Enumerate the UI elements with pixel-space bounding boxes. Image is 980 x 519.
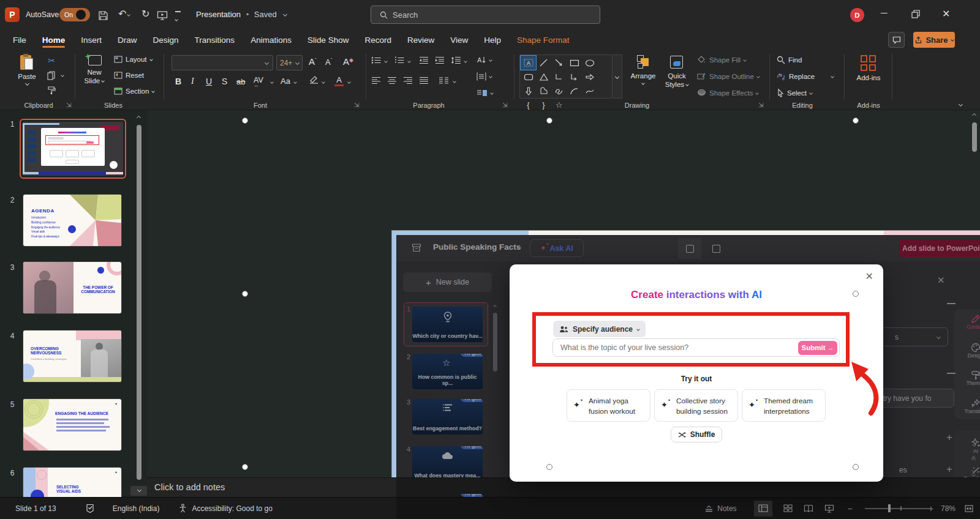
font-size-combo[interactable]: 24+ (276, 55, 303, 70)
tab-home[interactable]: Home (34, 31, 74, 50)
tab-record[interactable]: Record (356, 31, 399, 50)
bold-button[interactable]: B (175, 77, 181, 86)
change-case-dropdown[interactable] (293, 80, 297, 84)
resize-handle-ne[interactable] (853, 118, 859, 124)
arrange-button[interactable]: Arrange (628, 55, 658, 87)
increase-font-size-button[interactable]: Aˆ (309, 56, 317, 67)
shape-arrow[interactable] (551, 56, 567, 70)
select-button[interactable]: Select (777, 89, 812, 97)
suggestion-card-1[interactable]: ✦ Animal yoga fusion workout (567, 389, 650, 422)
shape-scribble[interactable] (551, 84, 567, 98)
align-right-button[interactable] (403, 77, 413, 84)
convert-to-smartart-button[interactable] (477, 89, 493, 97)
paste-button[interactable]: Paste (13, 54, 40, 88)
tab-animations[interactable]: Animations (243, 31, 300, 50)
bullets-dropdown[interactable] (384, 59, 388, 63)
shape-rounded-rectangle[interactable] (521, 70, 536, 84)
highlight-color-button[interactable] (309, 75, 319, 84)
shape-freeform[interactable] (536, 84, 551, 98)
slide-3-thumbnail[interactable]: THE POWER OFCOMMUNICATION (23, 262, 121, 313)
copy-button[interactable] (45, 70, 58, 81)
resize-handle-nw[interactable] (242, 118, 248, 124)
redo-button[interactable]: ↻ (141, 8, 149, 20)
tab-draw[interactable]: Draw (110, 31, 145, 50)
font-color-button[interactable]: A (334, 75, 344, 86)
undo-button[interactable]: ↶ (118, 8, 130, 20)
line-spacing-button[interactable] (451, 56, 461, 64)
tab-file[interactable]: File (5, 31, 34, 50)
slide-4-thumbnail[interactable]: OVERCOMINGNERVOUSNESS Confidence-buildin… (23, 330, 121, 382)
minimize-button[interactable]: ─ (881, 7, 888, 18)
justify-button[interactable] (419, 77, 429, 84)
format-painter-button[interactable] (45, 84, 58, 95)
shape-text-box[interactable]: A (521, 56, 536, 70)
underline-button[interactable]: U (206, 77, 212, 86)
modal-close-icon[interactable]: ✕ (865, 271, 873, 282)
font-name-combo[interactable] (172, 55, 273, 70)
document-title[interactable]: Presentation • Saved (196, 10, 287, 19)
find-button[interactable]: Find (777, 56, 802, 64)
copy-dropdown[interactable] (61, 73, 64, 77)
slide-5-thumbnail[interactable]: ENGAGING THE AUDIENCE ✦ (23, 399, 121, 450)
change-case-button[interactable]: Aa (281, 77, 290, 86)
character-spacing-button[interactable]: AV↔ (254, 76, 263, 88)
shape-arc[interactable] (567, 84, 582, 98)
quick-access-overflow[interactable] (175, 11, 181, 24)
close-button[interactable]: ✕ (942, 8, 950, 20)
tab-review[interactable]: Review (399, 31, 442, 50)
account-avatar[interactable]: D (850, 8, 864, 22)
decrease-indent-button[interactable] (419, 56, 429, 64)
resize-handle-e[interactable] (853, 291, 859, 297)
tab-shape-format[interactable]: Shape Format (509, 31, 578, 50)
submit-button[interactable]: Submit → (798, 341, 837, 355)
tab-slide-show[interactable]: Slide Show (300, 31, 357, 50)
drawing-dialog-launcher[interactable]: ⇲ (758, 102, 763, 108)
reset-button[interactable]: Reset (114, 72, 144, 79)
resize-handle-s[interactable] (546, 464, 552, 470)
canvas-scroll-up[interactable] (972, 113, 976, 118)
font-color-dropdown[interactable] (347, 80, 351, 84)
tab-help[interactable]: Help (476, 31, 509, 50)
start-slideshow-button[interactable] (156, 9, 169, 22)
shape-elbow-connector[interactable] (551, 70, 567, 84)
panel-scroll-down[interactable] (130, 486, 148, 496)
numbering-dropdown[interactable] (407, 59, 411, 63)
numbering-button[interactable] (394, 56, 405, 64)
text-shadow-button[interactable]: S (222, 77, 227, 86)
shapes-gallery-more[interactable] (612, 54, 622, 99)
spell-check-icon[interactable] (86, 504, 94, 513)
section-button[interactable]: Section (114, 88, 154, 95)
columns-dropdown[interactable] (453, 80, 456, 83)
slide-2-thumbnail[interactable]: AGENDA IntroductionBuilding confidenceEn… (23, 195, 121, 246)
strikethrough-button[interactable]: ab (236, 77, 245, 86)
italic-button[interactable]: I (191, 77, 194, 86)
search-box[interactable]: Search (371, 6, 600, 24)
slide-counter[interactable]: Slide 1 of 13 (15, 504, 56, 513)
suggestion-card-3[interactable]: ✦ Themed dream interpretations (742, 389, 826, 422)
specify-audience-dropdown[interactable]: Specify audience (553, 321, 646, 337)
text-direction-button[interactable]: A (477, 56, 492, 64)
accessibility-icon[interactable] (179, 504, 187, 513)
panel-scrollbar-thumb[interactable] (137, 125, 141, 480)
notes-placeholder[interactable]: Click to add notes (154, 482, 225, 492)
embedded-app-object[interactable]: Public Speaking Facts ✦ Ask AI Add slide… (392, 231, 980, 519)
resize-handle-sw[interactable] (242, 464, 248, 470)
decrease-font-size-button[interactable]: Aˇ (325, 57, 332, 67)
shape-fill-button[interactable]: Shape Fill (697, 56, 746, 64)
share-button[interactable]: Share (913, 32, 955, 48)
shape-oval[interactable] (582, 56, 597, 70)
replace-button[interactable]: bc Replace (777, 72, 834, 81)
resize-handle-se[interactable] (853, 464, 859, 470)
clear-formatting-button[interactable]: A◆ (343, 56, 353, 67)
add-ins-button[interactable]: Add-ins (851, 55, 886, 81)
shape-down-arrow[interactable] (521, 84, 536, 98)
shape-line[interactable] (536, 56, 551, 70)
shape-elbow-arrow-connector[interactable] (567, 70, 582, 84)
autosave-toggle[interactable]: On (59, 8, 90, 21)
language-status[interactable]: English (India) (113, 504, 160, 513)
suggestion-card-2[interactable]: ✦ Collective story building session (654, 389, 738, 422)
clipboard-dialog-launcher[interactable]: ⇲ (66, 102, 71, 108)
new-slide-button[interactable]: + NewSlide (80, 54, 109, 86)
font-dialog-launcher[interactable]: ⇲ (354, 102, 359, 108)
cut-button[interactable]: ✂ (45, 55, 58, 66)
